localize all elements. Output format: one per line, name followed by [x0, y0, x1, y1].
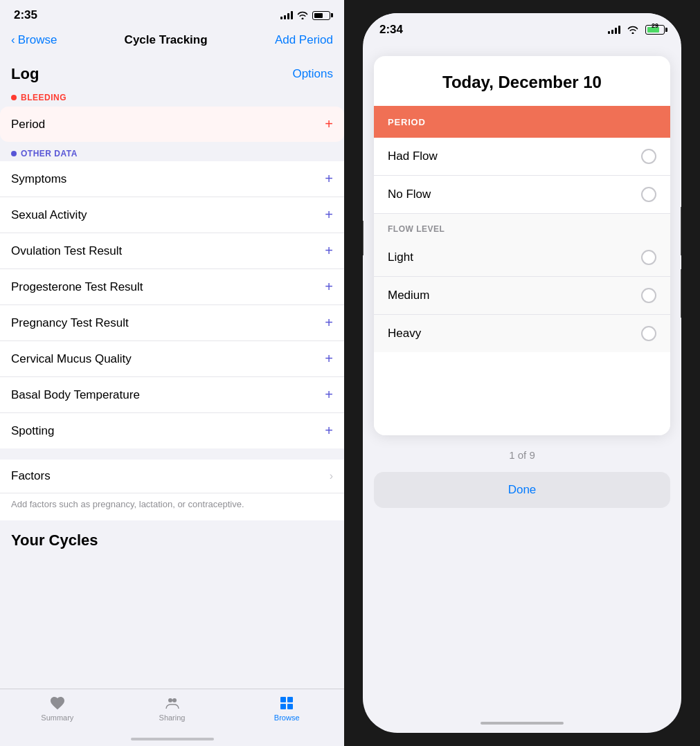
- factors-item[interactable]: Factors ›: [0, 460, 344, 493]
- sexual-activity-label: Sexual Activity: [11, 208, 87, 222]
- no-flow-radio[interactable]: [641, 187, 656, 202]
- period-list-item[interactable]: Period +: [0, 107, 344, 142]
- light-radio[interactable]: [641, 250, 656, 265]
- factors-description: Add factors such as pregnancy, lactation…: [0, 493, 344, 520]
- factors-section: Factors › Add factors such as pregnancy,…: [0, 460, 344, 520]
- modal-empty-space: [374, 352, 670, 435]
- done-button-label[interactable]: Done: [508, 483, 537, 496]
- symptoms-add-icon[interactable]: +: [325, 171, 333, 187]
- no-flow-option[interactable]: No Flow: [374, 176, 670, 214]
- svg-point-1: [172, 698, 177, 702]
- left-panel: 2:35 ‹ Browse Cycle Tracking Add Period: [0, 0, 344, 746]
- right-panel: 2:34 29 Today,: [344, 0, 700, 746]
- list-item[interactable]: Ovulation Test Result +: [0, 233, 344, 269]
- ovulation-add-icon[interactable]: +: [325, 243, 333, 259]
- list-item[interactable]: Spotting +: [0, 413, 344, 448]
- chevron-left-icon: ‹: [11, 33, 15, 47]
- spotting-label: Spotting: [11, 424, 54, 438]
- cervical-label: Cervical Mucus Quality: [11, 352, 132, 366]
- list-item[interactable]: Progesterone Test Result +: [0, 269, 344, 305]
- battery-icon-left: [312, 11, 330, 20]
- status-icons-left: [280, 11, 330, 20]
- sharing-tab-icon: [164, 695, 181, 711]
- bleeding-dot-icon: [11, 95, 17, 100]
- other-data-category: OTHER DATA: [0, 145, 344, 161]
- period-section-header: PERIOD: [374, 106, 670, 138]
- cervical-add-icon[interactable]: +: [325, 351, 333, 367]
- other-data-label: OTHER DATA: [21, 149, 78, 158]
- svg-rect-3: [287, 697, 293, 702]
- svg-rect-4: [280, 704, 286, 709]
- list-item[interactable]: Symptoms +: [0, 161, 344, 197]
- other-data-dot-icon: [11, 151, 17, 156]
- flow-level-section: FLOW LEVEL: [374, 214, 670, 239]
- status-bar-left: 2:35: [0, 0, 344, 28]
- medium-option[interactable]: Medium: [374, 277, 670, 315]
- your-cycles-title: Your Cycles: [11, 531, 98, 549]
- done-button[interactable]: Done: [374, 472, 670, 508]
- pregnancy-label: Pregnancy Test Result: [11, 316, 129, 330]
- tab-sharing[interactable]: Sharing: [115, 695, 230, 722]
- summary-tab-label: Summary: [41, 713, 73, 722]
- status-time-left: 2:35: [14, 8, 37, 22]
- list-item[interactable]: Basal Body Temperature +: [0, 377, 344, 413]
- period-add-icon[interactable]: +: [325, 116, 333, 132]
- home-indicator-left: [131, 738, 214, 740]
- summary-tab-icon: [49, 695, 66, 711]
- medium-radio[interactable]: [641, 288, 656, 303]
- tab-summary[interactable]: Summary: [0, 695, 115, 722]
- heavy-radio[interactable]: [641, 326, 656, 341]
- list-item[interactable]: Sexual Activity +: [0, 197, 344, 233]
- phone-frame: 2:34 29 Today,: [363, 13, 681, 733]
- sexual-activity-add-icon[interactable]: +: [325, 207, 333, 223]
- list-item[interactable]: Pregnancy Test Result +: [0, 305, 344, 341]
- battery-number: 29: [652, 22, 658, 29]
- list-item[interactable]: Cervical Mucus Quality +: [0, 341, 344, 377]
- add-period-button[interactable]: Add Period: [275, 33, 333, 47]
- progesterone-add-icon[interactable]: +: [325, 279, 333, 295]
- signal-icon-left: [280, 11, 293, 19]
- wifi-icon-left: [297, 11, 308, 19]
- left-content: Log Options BLEEDING Period + OTHER DATA…: [0, 54, 344, 746]
- flow-level-label: FLOW LEVEL: [388, 224, 445, 234]
- basal-label: Basal Body Temperature: [11, 388, 140, 402]
- ovulation-label: Ovulation Test Result: [11, 244, 122, 258]
- had-flow-label: Had Flow: [388, 149, 438, 163]
- nav-bar-left: ‹ Browse Cycle Tracking Add Period: [0, 28, 344, 54]
- spotting-add-icon[interactable]: +: [325, 423, 333, 439]
- modal-header: Today, December 10: [374, 56, 670, 106]
- heavy-option[interactable]: Heavy: [374, 315, 670, 352]
- light-option[interactable]: Light: [374, 239, 670, 277]
- factors-chevron-icon: ›: [330, 470, 333, 482]
- factors-label: Factors: [11, 469, 51, 483]
- tab-browse[interactable]: Browse: [229, 695, 344, 722]
- browse-tab-label: Browse: [274, 713, 300, 722]
- period-label: Period: [11, 118, 45, 131]
- had-flow-option[interactable]: Had Flow: [374, 138, 670, 176]
- log-section-header: Log Options: [0, 54, 344, 89]
- page-indicator: 1 of 9: [509, 449, 535, 461]
- signal-icon-right: [608, 26, 620, 34]
- pregnancy-add-icon[interactable]: +: [325, 315, 333, 331]
- svg-rect-2: [280, 697, 286, 702]
- other-data-list: Symptoms + Sexual Activity + Ovulation T…: [0, 161, 344, 448]
- heavy-label: Heavy: [388, 327, 421, 340]
- basal-add-icon[interactable]: +: [325, 387, 333, 403]
- back-label[interactable]: Browse: [18, 33, 57, 47]
- battery-fill-left: [314, 13, 323, 18]
- svg-point-0: [168, 698, 172, 702]
- your-cycles-section: Your Cycles: [0, 520, 344, 555]
- status-icons-right: 29: [608, 25, 665, 35]
- nav-title-left: Cycle Tracking: [125, 33, 208, 47]
- wifi-icon-right: [627, 26, 638, 34]
- had-flow-radio[interactable]: [641, 149, 656, 164]
- symptoms-label: Symptoms: [11, 172, 66, 186]
- medium-label: Medium: [388, 289, 429, 302]
- sharing-tab-label: Sharing: [159, 713, 186, 722]
- period-header-text: PERIOD: [388, 117, 426, 127]
- battery-icon-right: 29: [645, 25, 665, 35]
- back-button[interactable]: ‹ Browse: [11, 33, 57, 47]
- bleeding-category: BLEEDING: [0, 89, 344, 105]
- bleeding-label: BLEEDING: [21, 93, 66, 102]
- options-button[interactable]: Options: [292, 67, 333, 81]
